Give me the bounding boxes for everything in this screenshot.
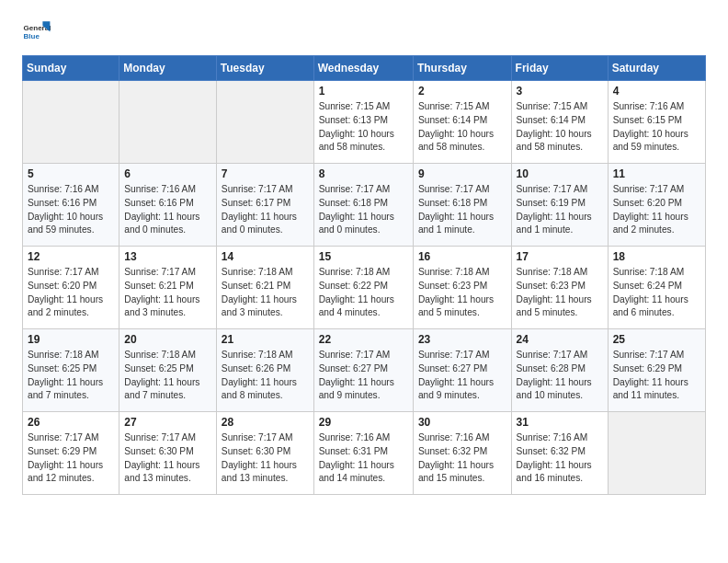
calendar-cell: 20Sunrise: 7:18 AM Sunset: 6:25 PM Dayli… <box>119 329 217 412</box>
day-info: Sunrise: 7:15 AM Sunset: 6:14 PM Dayligh… <box>517 100 603 155</box>
day-number: 4 <box>613 85 700 98</box>
day-info: Sunrise: 7:16 AM Sunset: 6:32 PM Dayligh… <box>418 431 506 486</box>
day-number: 18 <box>613 250 700 263</box>
day-number: 3 <box>517 85 603 98</box>
logo: General Blue <box>22 18 55 48</box>
calendar-cell: 30Sunrise: 7:16 AM Sunset: 6:32 PM Dayli… <box>413 412 511 495</box>
day-info: Sunrise: 7:16 AM Sunset: 6:16 PM Dayligh… <box>28 183 114 237</box>
calendar-cell: 22Sunrise: 7:17 AM Sunset: 6:27 PM Dayli… <box>313 329 413 412</box>
day-info: Sunrise: 7:17 AM Sunset: 6:29 PM Dayligh… <box>28 431 114 486</box>
weekday-header-saturday: Saturday <box>608 56 705 81</box>
calendar-cell: 4Sunrise: 7:16 AM Sunset: 6:15 PM Daylig… <box>608 81 705 164</box>
day-info: Sunrise: 7:18 AM Sunset: 6:23 PM Dayligh… <box>517 266 603 320</box>
day-number: 30 <box>418 416 506 429</box>
day-number: 2 <box>418 85 506 98</box>
weekday-header-tuesday: Tuesday <box>216 56 313 81</box>
day-info: Sunrise: 7:16 AM Sunset: 6:16 PM Dayligh… <box>124 183 211 237</box>
calendar-cell <box>216 81 313 164</box>
calendar-cell: 9Sunrise: 7:17 AM Sunset: 6:18 PM Daylig… <box>413 164 511 247</box>
day-info: Sunrise: 7:18 AM Sunset: 6:22 PM Dayligh… <box>319 266 408 320</box>
day-number: 22 <box>319 333 408 346</box>
calendar-cell: 1Sunrise: 7:15 AM Sunset: 6:13 PM Daylig… <box>313 81 413 164</box>
calendar-table: SundayMondayTuesdayWednesdayThursdayFrid… <box>22 55 706 495</box>
day-info: Sunrise: 7:17 AM Sunset: 6:18 PM Dayligh… <box>418 183 506 237</box>
day-info: Sunrise: 7:17 AM Sunset: 6:20 PM Dayligh… <box>28 266 114 320</box>
day-number: 5 <box>28 167 114 180</box>
calendar-cell: 17Sunrise: 7:18 AM Sunset: 6:23 PM Dayli… <box>511 247 608 329</box>
week-row-4: 19Sunrise: 7:18 AM Sunset: 6:25 PM Dayli… <box>23 329 706 412</box>
svg-text:Blue: Blue <box>24 32 40 40</box>
day-info: Sunrise: 7:17 AM Sunset: 6:30 PM Dayligh… <box>222 431 309 486</box>
day-number: 19 <box>28 333 114 346</box>
calendar-cell: 31Sunrise: 7:16 AM Sunset: 6:32 PM Dayli… <box>511 412 608 495</box>
day-number: 29 <box>319 416 408 429</box>
calendar-cell: 15Sunrise: 7:18 AM Sunset: 6:22 PM Dayli… <box>313 247 413 329</box>
logo-icon: General Blue <box>22 18 51 48</box>
day-info: Sunrise: 7:17 AM Sunset: 6:30 PM Dayligh… <box>124 431 211 486</box>
day-number: 8 <box>319 167 408 180</box>
calendar-cell: 23Sunrise: 7:17 AM Sunset: 6:27 PM Dayli… <box>413 329 511 412</box>
calendar-cell: 27Sunrise: 7:17 AM Sunset: 6:30 PM Dayli… <box>119 412 217 495</box>
calendar-cell: 26Sunrise: 7:17 AM Sunset: 6:29 PM Dayli… <box>23 412 119 495</box>
calendar-cell: 28Sunrise: 7:17 AM Sunset: 6:30 PM Dayli… <box>216 412 313 495</box>
weekday-header-thursday: Thursday <box>413 56 511 81</box>
day-info: Sunrise: 7:16 AM Sunset: 6:32 PM Dayligh… <box>517 431 603 486</box>
day-number: 24 <box>517 333 603 346</box>
day-info: Sunrise: 7:16 AM Sunset: 6:31 PM Dayligh… <box>319 431 408 486</box>
day-info: Sunrise: 7:18 AM Sunset: 6:26 PM Dayligh… <box>222 349 309 403</box>
day-number: 6 <box>124 167 211 180</box>
calendar-cell: 16Sunrise: 7:18 AM Sunset: 6:23 PM Dayli… <box>413 247 511 329</box>
day-info: Sunrise: 7:17 AM Sunset: 6:17 PM Dayligh… <box>222 183 309 237</box>
week-row-3: 12Sunrise: 7:17 AM Sunset: 6:20 PM Dayli… <box>23 247 706 329</box>
day-number: 27 <box>124 416 211 429</box>
calendar-cell: 11Sunrise: 7:17 AM Sunset: 6:20 PM Dayli… <box>608 164 705 247</box>
week-row-5: 26Sunrise: 7:17 AM Sunset: 6:29 PM Dayli… <box>23 412 706 495</box>
day-number: 21 <box>222 333 309 346</box>
day-number: 13 <box>124 250 211 263</box>
day-number: 10 <box>517 167 603 180</box>
day-number: 11 <box>613 167 700 180</box>
calendar-cell: 25Sunrise: 7:17 AM Sunset: 6:29 PM Dayli… <box>608 329 705 412</box>
day-info: Sunrise: 7:17 AM Sunset: 6:27 PM Dayligh… <box>319 349 408 403</box>
calendar-cell <box>23 81 119 164</box>
day-info: Sunrise: 7:17 AM Sunset: 6:21 PM Dayligh… <box>124 266 211 320</box>
day-info: Sunrise: 7:18 AM Sunset: 6:25 PM Dayligh… <box>28 349 114 403</box>
calendar-cell <box>608 412 705 495</box>
calendar-cell: 7Sunrise: 7:17 AM Sunset: 6:17 PM Daylig… <box>216 164 313 247</box>
calendar-cell: 10Sunrise: 7:17 AM Sunset: 6:19 PM Dayli… <box>511 164 608 247</box>
calendar-cell: 21Sunrise: 7:18 AM Sunset: 6:26 PM Dayli… <box>216 329 313 412</box>
day-number: 12 <box>28 250 114 263</box>
day-info: Sunrise: 7:18 AM Sunset: 6:21 PM Dayligh… <box>222 266 309 320</box>
day-info: Sunrise: 7:17 AM Sunset: 6:20 PM Dayligh… <box>613 183 700 237</box>
day-number: 26 <box>28 416 114 429</box>
weekday-header-row: SundayMondayTuesdayWednesdayThursdayFrid… <box>23 56 706 81</box>
day-info: Sunrise: 7:15 AM Sunset: 6:14 PM Dayligh… <box>418 100 506 155</box>
day-info: Sunrise: 7:18 AM Sunset: 6:25 PM Dayligh… <box>124 349 211 403</box>
day-number: 31 <box>517 416 603 429</box>
calendar-cell: 19Sunrise: 7:18 AM Sunset: 6:25 PM Dayli… <box>23 329 119 412</box>
day-number: 9 <box>418 167 506 180</box>
calendar-cell: 8Sunrise: 7:17 AM Sunset: 6:18 PM Daylig… <box>313 164 413 247</box>
day-info: Sunrise: 7:15 AM Sunset: 6:13 PM Dayligh… <box>319 100 408 155</box>
calendar-cell: 14Sunrise: 7:18 AM Sunset: 6:21 PM Dayli… <box>216 247 313 329</box>
day-info: Sunrise: 7:16 AM Sunset: 6:15 PM Dayligh… <box>613 100 700 155</box>
weekday-header-wednesday: Wednesday <box>313 56 413 81</box>
calendar-cell: 13Sunrise: 7:17 AM Sunset: 6:21 PM Dayli… <box>119 247 217 329</box>
day-number: 15 <box>319 250 408 263</box>
calendar-cell: 5Sunrise: 7:16 AM Sunset: 6:16 PM Daylig… <box>23 164 119 247</box>
day-info: Sunrise: 7:18 AM Sunset: 6:24 PM Dayligh… <box>613 266 700 320</box>
day-info: Sunrise: 7:17 AM Sunset: 6:27 PM Dayligh… <box>418 349 506 403</box>
week-row-1: 1Sunrise: 7:15 AM Sunset: 6:13 PM Daylig… <box>23 81 706 164</box>
weekday-header-monday: Monday <box>119 56 217 81</box>
day-number: 14 <box>222 250 309 263</box>
calendar-cell: 2Sunrise: 7:15 AM Sunset: 6:14 PM Daylig… <box>413 81 511 164</box>
day-number: 16 <box>418 250 506 263</box>
header: General Blue <box>22 18 706 48</box>
calendar-cell: 3Sunrise: 7:15 AM Sunset: 6:14 PM Daylig… <box>511 81 608 164</box>
day-info: Sunrise: 7:18 AM Sunset: 6:23 PM Dayligh… <box>418 266 506 320</box>
day-info: Sunrise: 7:17 AM Sunset: 6:18 PM Dayligh… <box>319 183 408 237</box>
calendar-cell: 12Sunrise: 7:17 AM Sunset: 6:20 PM Dayli… <box>23 247 119 329</box>
calendar-cell: 29Sunrise: 7:16 AM Sunset: 6:31 PM Dayli… <box>313 412 413 495</box>
calendar-cell: 24Sunrise: 7:17 AM Sunset: 6:28 PM Dayli… <box>511 329 608 412</box>
day-info: Sunrise: 7:17 AM Sunset: 6:19 PM Dayligh… <box>517 183 603 237</box>
